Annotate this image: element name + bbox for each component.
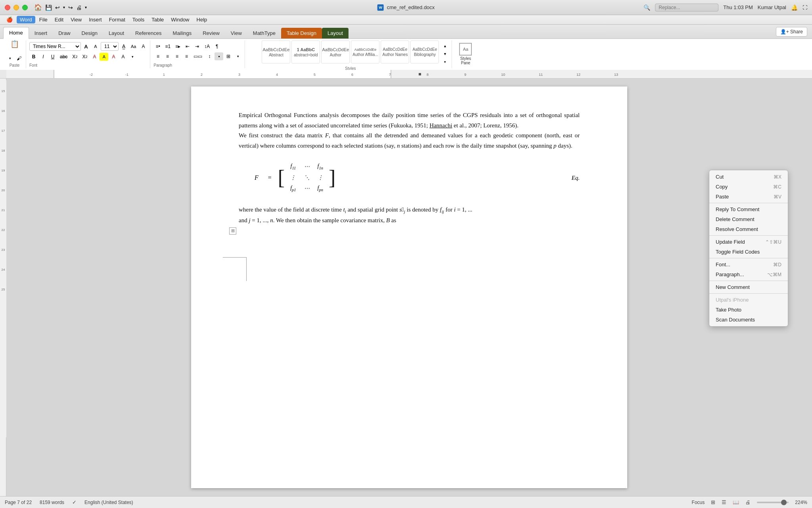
style-author-names[interactable]: AaBbCcDdEe Author Names [381,40,409,64]
menu-insert[interactable]: Insert [86,16,105,23]
ctx-font[interactable]: Font... ⌘D [709,260,788,269]
menu-window[interactable]: Window [168,16,192,23]
tab-layout2[interactable]: Layout [322,28,349,38]
menu-file[interactable]: File [36,16,51,23]
ctx-delete-comment[interactable]: Delete Comment [709,214,788,224]
home-icon[interactable]: 🏠 [34,4,42,11]
print-view-icon[interactable]: 🖨 [745,499,751,505]
ctx-copy[interactable]: Copy ⌘C [709,182,788,192]
text-effects-button[interactable]: A [139,42,147,50]
maximize-button[interactable] [22,5,28,10]
menu-help[interactable]: Help [193,16,211,23]
underline-button[interactable]: U [48,53,57,61]
font-grow-button[interactable]: A [82,42,90,50]
align-left-button[interactable]: ≡ [153,52,162,60]
align-right-button[interactable]: ≡ [172,52,181,60]
justify-button[interactable]: ≡ [182,52,191,60]
para-dropdown-icon[interactable]: ▾ [234,52,242,60]
redo-icon[interactable]: ↪ [68,4,73,11]
tab-design[interactable]: Design [76,28,103,38]
print-icon[interactable]: 🖨 [76,4,82,11]
increase-indent-button[interactable]: ⇥ [193,42,201,50]
style-author[interactable]: AaBbCcDdEe Author [321,40,350,64]
ctx-scan-documents[interactable]: Scan Documents [709,315,788,325]
style-abstract-bold[interactable]: 1 AaBbC abstract+bold [291,40,320,64]
aa-format-button[interactable]: Aa [129,42,138,50]
ctx-new-comment[interactable]: New Comment [709,282,788,292]
shading-button[interactable]: ▪ [214,52,223,60]
tab-draw[interactable]: Draw [53,28,76,38]
bold-button[interactable]: B [29,53,38,61]
save-icon[interactable]: 💾 [45,4,52,11]
zoom-slider[interactable] [757,502,789,503]
menu-edit[interactable]: Edit [52,16,67,23]
tab-references[interactable]: References [130,28,167,38]
text-border-button[interactable]: A [119,53,127,61]
close-button[interactable] [5,5,10,10]
line-spacing-button[interactable]: ↕ [205,52,214,60]
focus-button[interactable]: Focus [692,500,705,505]
ctx-toggle-field-codes[interactable]: Toggle Field Codes [709,247,788,257]
style-author-affilia[interactable]: AaBbCcDdEe Author Affilia... [351,40,379,64]
style-bibliography[interactable]: AaBbCcDdEe Bibliography [410,40,439,64]
font-dropdown-icon[interactable]: ▾ [128,53,137,61]
styles-up-button[interactable]: ▲ [440,42,449,50]
menu-tools[interactable]: Tools [129,16,147,23]
undo-icon[interactable]: ↩ [55,4,60,11]
paste-dropdown-icon[interactable]: ▾ [6,54,14,62]
tab-layout[interactable]: Layout [103,28,130,38]
table-anchor-icon[interactable]: ⊞ [229,227,236,235]
superscript-button[interactable]: X2 [80,53,89,61]
borders-button[interactable]: ⊞ [224,52,233,60]
styles-more-button[interactable]: ▾ [440,58,449,66]
ctx-paste[interactable]: Paste ⌘V [709,192,788,202]
menu-table[interactable]: Table [148,16,167,23]
layout-icon[interactable]: ⊞ [711,499,715,505]
columns-button[interactable]: ▭▭ [192,52,204,60]
search-input[interactable] [655,4,718,12]
menu-apple[interactable]: 🍎 [3,16,16,23]
font-shrink-button[interactable]: A [91,42,100,50]
menu-view[interactable]: View [67,16,85,23]
format-painter-button[interactable]: 🖌 [15,54,23,62]
italic-button[interactable]: I [39,53,48,61]
ctx-update-field[interactable]: Update Field ⌃⇧⌘U [709,237,788,247]
tab-view[interactable]: View [225,28,247,38]
numbering-button[interactable]: ≡1 [163,42,172,50]
tab-review[interactable]: Review [197,28,225,38]
tab-insert[interactable]: Insert [29,28,53,38]
customize-icon[interactable]: ▾ [85,5,87,10]
multilevel-list-button[interactable]: ≡▸ [173,42,182,50]
text-color-A-button[interactable]: A [90,53,99,61]
subscript-button[interactable]: X2 [70,53,79,61]
share-button[interactable]: 👤+ Share [776,27,807,37]
text-highlight-button[interactable]: A [100,53,108,61]
tab-home[interactable]: Home [3,27,29,39]
font-size-select[interactable]: 11 [101,42,119,51]
tab-table-design[interactable]: Table Design [281,28,322,38]
tab-mathtype[interactable]: MathType [247,28,281,38]
minimize-button[interactable] [13,5,19,10]
fullscreen-icon[interactable]: ⛶ [802,5,807,10]
styles-pane-button[interactable]: Aa StylesPane [455,40,476,67]
menu-word[interactable]: Word [17,16,35,23]
menu-format[interactable]: Format [106,16,128,23]
ctx-take-photo[interactable]: Take Photo [709,305,788,315]
font-name-select[interactable]: Times New R... [29,42,81,51]
ctx-cut[interactable]: Cut ⌘X [709,172,788,182]
undo-dropdown-icon[interactable]: ▾ [63,5,65,10]
ctx-resolve-comment[interactable]: Resolve Comment [709,224,788,234]
styles-down-button[interactable]: ▼ [440,50,449,58]
show-formatting-button[interactable]: ¶ [213,42,221,50]
tab-mailings[interactable]: Mailings [167,28,197,38]
outline-icon[interactable]: ☰ [722,499,726,505]
clear-format-button[interactable]: A̲ [119,42,128,50]
bullets-button[interactable]: ≡• [153,42,162,50]
read-view-icon[interactable]: 📖 [733,499,739,505]
align-center-button[interactable]: ≡ [163,52,172,60]
notification-icon[interactable]: 🔔 [791,4,798,11]
sort-button[interactable]: ↕A [202,42,212,50]
decrease-indent-button[interactable]: ⇤ [183,42,192,50]
ctx-reply-comment[interactable]: Reply To Comment [709,204,788,214]
ctx-paragraph[interactable]: Paragraph... ⌥⌘M [709,269,788,279]
